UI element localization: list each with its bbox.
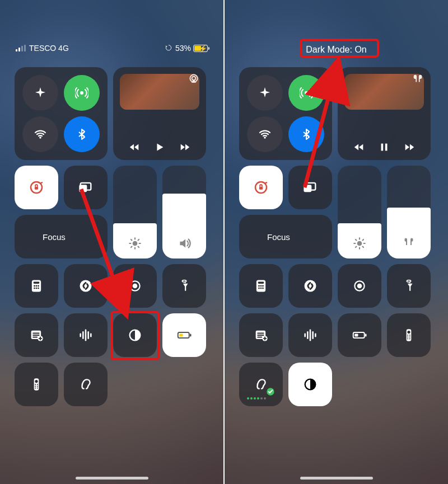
brightness-slider[interactable] [113, 166, 157, 259]
cellular-icon [300, 86, 313, 100]
hearing-button[interactable] [64, 363, 108, 406]
calculator-button[interactable] [239, 264, 283, 308]
flashlight-icon [402, 279, 416, 293]
home-indicator[interactable] [76, 477, 148, 480]
focus-button[interactable]: Focus [15, 215, 108, 259]
media-module[interactable] [113, 67, 206, 160]
low-power-button[interactable] [338, 313, 381, 357]
media-module[interactable] [338, 67, 431, 160]
left-screenshot: TESCO 4G 53% ⚡ [0, 0, 223, 484]
shazam-icon [78, 278, 94, 294]
screen-mirroring-button[interactable] [288, 166, 332, 209]
bluetooth-icon [300, 128, 313, 141]
battery-lpm-icon [351, 327, 368, 344]
wifi-icon [258, 128, 272, 141]
dark-mode-icon [127, 327, 143, 343]
brightness-slider[interactable] [338, 166, 381, 259]
focus-button[interactable]: Focus [239, 215, 332, 259]
orientation-lock-icon [253, 179, 269, 196]
connectivity-module[interactable] [15, 67, 108, 160]
calculator-icon [253, 278, 269, 294]
control-center: Focus [239, 67, 433, 406]
airpods-icon[interactable] [412, 73, 424, 85]
bluetooth-toggle[interactable] [288, 116, 324, 152]
check-badge-icon [266, 387, 275, 396]
home-indicator[interactable] [300, 477, 373, 480]
bluetooth-icon [75, 128, 88, 141]
wifi-toggle[interactable] [22, 116, 58, 152]
notes-button[interactable] [15, 313, 58, 357]
cellular-icon [75, 86, 88, 100]
moon-icon [25, 231, 37, 243]
flashlight-button[interactable] [387, 264, 431, 308]
airplane-toggle[interactable] [22, 75, 58, 111]
play-button[interactable] [153, 141, 166, 153]
battery-icon: ⚡ [193, 45, 208, 52]
shazam-button[interactable] [288, 264, 332, 308]
battery-lpm-icon [176, 327, 193, 344]
brightness-icon [128, 236, 142, 251]
dark-mode-icon [302, 377, 318, 392]
airplane-icon [258, 86, 272, 100]
low-power-button[interactable] [162, 313, 206, 357]
control-center: Focus [15, 67, 209, 406]
ear-icon [78, 377, 93, 392]
remote-icon [29, 377, 44, 392]
notes-icon [29, 327, 44, 343]
apple-tv-remote-button[interactable] [387, 313, 431, 357]
wifi-toggle[interactable] [247, 116, 283, 152]
waveform-icon [78, 327, 94, 343]
rewind-button[interactable] [353, 141, 365, 153]
screen-record-button[interactable] [338, 264, 381, 308]
dark-mode-button-active[interactable] [288, 363, 332, 406]
airplay-icon[interactable] [188, 73, 199, 84]
orientation-lock-icon [28, 179, 45, 196]
cellular-toggle[interactable] [288, 75, 324, 111]
apple-tv-remote-button[interactable] [15, 363, 58, 406]
voice-memo-button[interactable] [64, 313, 108, 357]
voice-memo-button[interactable] [288, 313, 332, 357]
battery-pct-label: 53% [175, 44, 191, 53]
remote-icon [402, 328, 416, 342]
forward-button[interactable] [179, 141, 191, 153]
signal-icon [16, 45, 26, 51]
bluetooth-toggle[interactable] [64, 116, 100, 152]
focus-label: Focus [267, 232, 290, 242]
shazam-button[interactable] [64, 264, 108, 308]
airpods-volume-slider[interactable] [387, 166, 431, 259]
orientation-lock-status-icon [164, 44, 173, 53]
dark-mode-button[interactable] [113, 313, 157, 357]
wifi-icon [34, 128, 47, 141]
connectivity-module[interactable] [239, 67, 332, 160]
pause-button[interactable] [378, 141, 390, 153]
airplane-icon [34, 86, 47, 100]
hearing-level-dots [247, 397, 266, 400]
cellular-toggle[interactable] [64, 75, 100, 111]
carrier-label: TESCO 4G [29, 44, 69, 53]
airplane-toggle[interactable] [247, 75, 283, 111]
rewind-button[interactable] [128, 141, 141, 153]
volume-slider[interactable] [162, 166, 206, 259]
screen-record-icon [352, 279, 367, 293]
media-artwork [120, 74, 199, 110]
dark-mode-status-label: Dark Mode: On [306, 45, 366, 55]
airpods-small-icon [400, 234, 417, 251]
hearing-button-active[interactable] [239, 363, 283, 406]
orientation-lock-toggle[interactable] [239, 166, 283, 209]
screen-mirror-icon [78, 180, 94, 195]
notes-button[interactable] [239, 313, 283, 357]
status-bar: TESCO 4G 53% ⚡ [0, 44, 223, 53]
screen-mirror-icon [302, 180, 318, 195]
flashlight-button[interactable] [162, 264, 206, 308]
forward-button[interactable] [403, 141, 416, 153]
calculator-button[interactable] [15, 264, 58, 308]
screen-record-button[interactable] [113, 264, 157, 308]
waveform-icon [302, 327, 318, 343]
focus-label: Focus [43, 232, 66, 242]
shazam-icon [302, 278, 318, 294]
screen-mirroring-button[interactable] [64, 166, 108, 209]
notes-icon [253, 327, 269, 343]
orientation-lock-toggle[interactable] [15, 166, 58, 209]
right-screenshot: Dark Mode: On Focus [225, 0, 448, 484]
flashlight-icon [177, 279, 192, 293]
